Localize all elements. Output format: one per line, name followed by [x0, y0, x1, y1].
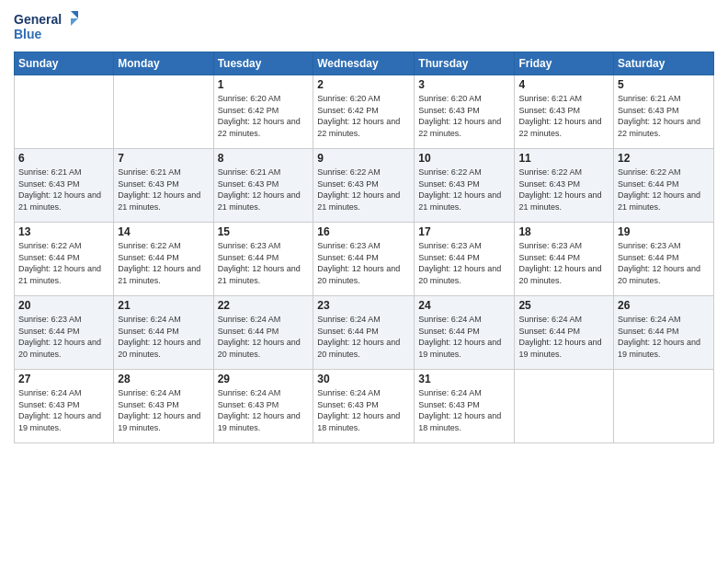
- day-number: 23: [317, 299, 410, 312]
- logo-svg: General Blue: [14, 9, 78, 44]
- day-number: 20: [18, 299, 109, 312]
- day-number: 10: [418, 152, 510, 165]
- day-number: 28: [118, 373, 209, 385]
- day-number: 30: [317, 373, 410, 385]
- calendar-cell: 11Sunrise: 6:22 AMSunset: 6:43 PMDayligh…: [515, 149, 614, 223]
- calendar-cell: 31Sunrise: 6:24 AMSunset: 6:43 PMDayligh…: [415, 370, 515, 443]
- day-info: Sunrise: 6:23 AMSunset: 6:44 PMDaylight:…: [18, 314, 109, 360]
- day-info: Sunrise: 6:24 AMSunset: 6:44 PMDaylight:…: [518, 314, 609, 360]
- day-info: Sunrise: 6:24 AMSunset: 6:44 PMDaylight:…: [317, 314, 410, 360]
- day-info: Sunrise: 6:24 AMSunset: 6:44 PMDaylight:…: [618, 314, 710, 360]
- day-info: Sunrise: 6:24 AMSunset: 6:43 PMDaylight:…: [18, 387, 109, 433]
- calendar-cell: 20Sunrise: 6:23 AMSunset: 6:44 PMDayligh…: [15, 296, 114, 370]
- day-info: Sunrise: 6:23 AMSunset: 6:44 PMDaylight:…: [518, 240, 609, 286]
- day-info: Sunrise: 6:24 AMSunset: 6:43 PMDaylight:…: [418, 387, 510, 433]
- col-header-friday: Friday: [515, 52, 614, 75]
- day-info: Sunrise: 6:23 AMSunset: 6:44 PMDaylight:…: [418, 240, 510, 286]
- day-info: Sunrise: 6:24 AMSunset: 6:44 PMDaylight:…: [218, 314, 310, 360]
- calendar-cell: [114, 75, 213, 149]
- calendar-cell: 16Sunrise: 6:23 AMSunset: 6:44 PMDayligh…: [313, 223, 415, 296]
- calendar-cell: 9Sunrise: 6:22 AMSunset: 6:43 PMDaylight…: [313, 149, 415, 223]
- day-info: Sunrise: 6:21 AMSunset: 6:43 PMDaylight:…: [18, 167, 109, 213]
- calendar-cell: 6Sunrise: 6:21 AMSunset: 6:43 PMDaylight…: [15, 149, 114, 223]
- col-header-saturday: Saturday: [614, 52, 714, 75]
- day-info: Sunrise: 6:22 AMSunset: 6:43 PMDaylight:…: [418, 167, 510, 213]
- svg-text:Blue: Blue: [14, 27, 42, 41]
- calendar-table: SundayMondayTuesdayWednesdayThursdayFrid…: [14, 52, 714, 443]
- day-info: Sunrise: 6:24 AMSunset: 6:43 PMDaylight:…: [317, 387, 410, 433]
- calendar-cell: [15, 75, 114, 149]
- logo: General Blue: [14, 9, 78, 44]
- col-header-sunday: Sunday: [15, 52, 114, 75]
- calendar-cell: 2Sunrise: 6:20 AMSunset: 6:42 PMDaylight…: [313, 75, 415, 149]
- calendar-cell: 21Sunrise: 6:24 AMSunset: 6:44 PMDayligh…: [114, 296, 213, 370]
- day-info: Sunrise: 6:22 AMSunset: 6:44 PMDaylight:…: [18, 240, 109, 286]
- day-number: 4: [518, 78, 609, 91]
- calendar-cell: 26Sunrise: 6:24 AMSunset: 6:44 PMDayligh…: [614, 296, 714, 370]
- day-number: 6: [18, 152, 109, 165]
- day-number: 12: [618, 152, 710, 165]
- day-number: 27: [18, 373, 109, 385]
- svg-marker-2: [71, 11, 78, 18]
- page: General Blue SundayMondayTuesdayWednesda…: [0, 0, 728, 563]
- calendar-cell: 28Sunrise: 6:24 AMSunset: 6:43 PMDayligh…: [114, 370, 213, 443]
- calendar-cell: 23Sunrise: 6:24 AMSunset: 6:44 PMDayligh…: [313, 296, 415, 370]
- day-info: Sunrise: 6:22 AMSunset: 6:43 PMDaylight:…: [317, 167, 410, 213]
- calendar-cell: 8Sunrise: 6:21 AMSunset: 6:43 PMDaylight…: [213, 149, 313, 223]
- day-number: 14: [118, 225, 209, 238]
- day-info: Sunrise: 6:21 AMSunset: 6:43 PMDaylight:…: [518, 93, 609, 139]
- day-number: 18: [518, 225, 609, 238]
- day-info: Sunrise: 6:21 AMSunset: 6:43 PMDaylight:…: [218, 167, 310, 213]
- calendar-week-3: 13Sunrise: 6:22 AMSunset: 6:44 PMDayligh…: [15, 223, 714, 296]
- day-info: Sunrise: 6:20 AMSunset: 6:42 PMDaylight:…: [218, 93, 310, 139]
- header: General Blue: [14, 9, 714, 44]
- day-info: Sunrise: 6:24 AMSunset: 6:43 PMDaylight:…: [218, 387, 310, 433]
- calendar-cell: 12Sunrise: 6:22 AMSunset: 6:44 PMDayligh…: [614, 149, 714, 223]
- day-number: 25: [518, 299, 609, 312]
- calendar-cell: 25Sunrise: 6:24 AMSunset: 6:44 PMDayligh…: [515, 296, 614, 370]
- day-number: 29: [218, 373, 310, 385]
- calendar-week-1: 1Sunrise: 6:20 AMSunset: 6:42 PMDaylight…: [15, 75, 714, 149]
- day-number: 11: [518, 152, 609, 165]
- day-info: Sunrise: 6:24 AMSunset: 6:43 PMDaylight:…: [118, 387, 209, 433]
- day-number: 26: [618, 299, 710, 312]
- calendar-cell: 24Sunrise: 6:24 AMSunset: 6:44 PMDayligh…: [415, 296, 515, 370]
- calendar-cell: 14Sunrise: 6:22 AMSunset: 6:44 PMDayligh…: [114, 223, 213, 296]
- day-info: Sunrise: 6:22 AMSunset: 6:44 PMDaylight:…: [118, 240, 209, 286]
- day-info: Sunrise: 6:20 AMSunset: 6:42 PMDaylight:…: [317, 93, 410, 139]
- day-number: 16: [317, 225, 410, 238]
- calendar-week-2: 6Sunrise: 6:21 AMSunset: 6:43 PMDaylight…: [15, 149, 714, 223]
- col-header-monday: Monday: [114, 52, 213, 75]
- calendar-cell: 30Sunrise: 6:24 AMSunset: 6:43 PMDayligh…: [313, 370, 415, 443]
- day-info: Sunrise: 6:20 AMSunset: 6:43 PMDaylight:…: [418, 93, 510, 139]
- calendar-cell: 3Sunrise: 6:20 AMSunset: 6:43 PMDaylight…: [415, 75, 515, 149]
- day-info: Sunrise: 6:21 AMSunset: 6:43 PMDaylight:…: [618, 93, 710, 139]
- calendar-cell: 19Sunrise: 6:23 AMSunset: 6:44 PMDayligh…: [614, 223, 714, 296]
- calendar-week-4: 20Sunrise: 6:23 AMSunset: 6:44 PMDayligh…: [15, 296, 714, 370]
- calendar-cell: [515, 370, 614, 443]
- calendar-cell: 15Sunrise: 6:23 AMSunset: 6:44 PMDayligh…: [213, 223, 313, 296]
- col-header-thursday: Thursday: [415, 52, 515, 75]
- day-number: 15: [218, 225, 310, 238]
- day-number: 17: [418, 225, 510, 238]
- day-number: 2: [317, 78, 410, 91]
- day-info: Sunrise: 6:22 AMSunset: 6:44 PMDaylight:…: [618, 167, 710, 213]
- calendar-week-5: 27Sunrise: 6:24 AMSunset: 6:43 PMDayligh…: [15, 370, 714, 443]
- calendar-cell: 22Sunrise: 6:24 AMSunset: 6:44 PMDayligh…: [213, 296, 313, 370]
- calendar-header-row: SundayMondayTuesdayWednesdayThursdayFrid…: [15, 52, 714, 75]
- calendar-cell: 5Sunrise: 6:21 AMSunset: 6:43 PMDaylight…: [614, 75, 714, 149]
- day-info: Sunrise: 6:21 AMSunset: 6:43 PMDaylight:…: [118, 167, 209, 213]
- calendar-cell: 18Sunrise: 6:23 AMSunset: 6:44 PMDayligh…: [515, 223, 614, 296]
- day-number: 22: [218, 299, 310, 312]
- calendar-cell: 1Sunrise: 6:20 AMSunset: 6:42 PMDaylight…: [213, 75, 313, 149]
- day-info: Sunrise: 6:22 AMSunset: 6:43 PMDaylight:…: [518, 167, 609, 213]
- calendar-cell: 17Sunrise: 6:23 AMSunset: 6:44 PMDayligh…: [415, 223, 515, 296]
- calendar-cell: 27Sunrise: 6:24 AMSunset: 6:43 PMDayligh…: [15, 370, 114, 443]
- day-number: 3: [418, 78, 510, 91]
- col-header-tuesday: Tuesday: [213, 52, 313, 75]
- day-info: Sunrise: 6:23 AMSunset: 6:44 PMDaylight:…: [317, 240, 410, 286]
- calendar-cell: [614, 370, 714, 443]
- day-number: 9: [317, 152, 410, 165]
- calendar-cell: 13Sunrise: 6:22 AMSunset: 6:44 PMDayligh…: [15, 223, 114, 296]
- calendar-cell: 7Sunrise: 6:21 AMSunset: 6:43 PMDaylight…: [114, 149, 213, 223]
